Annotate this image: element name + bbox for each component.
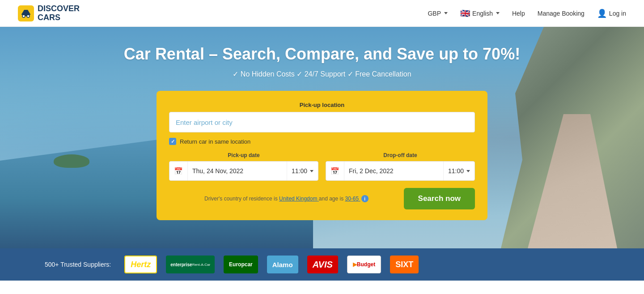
pickup-time-chevron-icon — [310, 170, 314, 172]
dropoff-time-chevron-icon — [466, 170, 470, 172]
svg-point-1 — [22, 15, 25, 17]
hero-section: Car Rental – Search, Compare, and Save u… — [0, 27, 644, 248]
hero-content: Car Rental – Search, Compare, and Save u… — [0, 27, 644, 220]
search-box: Pick-up location Return car in same loca… — [157, 91, 487, 220]
driver-info-mid: and age is — [319, 196, 343, 202]
login-link[interactable]: 👤 Log in — [597, 9, 626, 18]
user-icon: 👤 — [597, 9, 607, 18]
pickup-date-group[interactable]: 📅 Thu, 24 Nov, 2022 11:00 — [169, 161, 318, 181]
pickup-date-col: Pick-up date 📅 Thu, 24 Nov, 2022 11:00 — [169, 152, 318, 181]
pickup-time-value: 11:00 — [292, 167, 307, 175]
dropoff-calendar-icon: 📅 — [330, 166, 339, 175]
hero-subtitle: ✓ No Hidden Costs ✓ 24/7 Support ✓ Free … — [0, 70, 644, 78]
driver-age-link[interactable]: 30-65 — [345, 196, 360, 202]
language-label: English — [472, 10, 493, 17]
pickup-calendar-icon-wrap: 📅 — [169, 162, 188, 180]
pickup-location-input[interactable] — [169, 112, 475, 132]
help-link[interactable]: Help — [512, 10, 525, 17]
logo-icon — [18, 5, 34, 21]
supplier-enterprise: enterpriseRent-A-Car — [166, 256, 215, 273]
logo-text: DISCOVER CARS — [38, 4, 80, 22]
dropoff-date-value: Fri, 2 Dec, 2022 — [344, 162, 443, 180]
pickup-location-wrap — [169, 112, 475, 132]
suppliers-strip: 500+ Trusted Suppliers: Hertz enterprise… — [0, 248, 644, 281]
dropoff-time-value: 11:00 — [448, 167, 464, 175]
driver-country-link[interactable]: United Kingdom — [279, 196, 319, 202]
suppliers-label: 500+ Trusted Suppliers: — [45, 261, 111, 268]
supplier-hertz: Hertz — [124, 256, 157, 273]
language-chevron-icon — [496, 12, 500, 14]
pickup-time-select[interactable]: 11:00 — [287, 162, 318, 180]
recommended-section: Highly recommended by our customers — [0, 281, 644, 294]
dropoff-date-label: Drop-off date — [326, 152, 475, 158]
same-location-checkbox[interactable] — [169, 138, 176, 145]
logo[interactable]: DISCOVER CARS — [18, 4, 80, 22]
search-bottom-row: Driver's country of residence is United … — [169, 188, 475, 209]
same-location-label: Return car in same location — [180, 138, 250, 145]
same-location-row: Return car in same location — [169, 138, 475, 145]
svg-point-2 — [27, 15, 30, 17]
currency-chevron-icon — [444, 12, 448, 14]
header: DISCOVER CARS GBP 🇬🇧 English Help Manage… — [0, 0, 644, 27]
pickup-date-label: Pick-up date — [169, 152, 318, 158]
info-icon[interactable]: i — [361, 195, 369, 202]
dropoff-date-col: Drop-off date 📅 Fri, 2 Dec, 2022 11:00 — [326, 152, 475, 181]
pickup-calendar-icon: 📅 — [174, 166, 183, 175]
flag-icon: 🇬🇧 — [460, 9, 470, 18]
supplier-avis: AVIS — [307, 256, 338, 273]
date-row: Pick-up date 📅 Thu, 24 Nov, 2022 11:00 — [169, 152, 475, 181]
supplier-alamo: Alamo — [267, 256, 298, 273]
driver-info-prefix: Driver's country of residence is — [204, 196, 278, 202]
dropoff-date-group[interactable]: 📅 Fri, 2 Dec, 2022 11:00 — [326, 161, 475, 181]
currency-selector[interactable]: GBP — [428, 10, 448, 17]
pickup-date-value: Thu, 24 Nov, 2022 — [188, 162, 287, 180]
hero-title: Car Rental – Search, Compare, and Save u… — [0, 45, 644, 64]
header-nav: GBP 🇬🇧 English Help Manage Booking 👤 Log… — [428, 9, 626, 18]
supplier-europcar: Europcar — [224, 256, 258, 273]
dropoff-time-select[interactable]: 11:00 — [443, 162, 475, 180]
search-button[interactable]: Search now — [404, 188, 475, 209]
driver-age: 30-65 — [345, 196, 359, 202]
driver-info: Driver's country of residence is United … — [169, 195, 404, 202]
driver-country: United Kingdom — [279, 196, 317, 202]
supplier-sixt: SIXT — [390, 256, 419, 273]
pickup-location-label: Pick-up location — [169, 102, 475, 108]
currency-label: GBP — [428, 10, 441, 17]
supplier-budget: ▶Budget — [347, 256, 381, 273]
dropoff-calendar-icon-wrap: 📅 — [326, 162, 344, 180]
manage-booking-link[interactable]: Manage Booking — [538, 10, 585, 17]
language-selector[interactable]: 🇬🇧 English — [460, 9, 500, 18]
